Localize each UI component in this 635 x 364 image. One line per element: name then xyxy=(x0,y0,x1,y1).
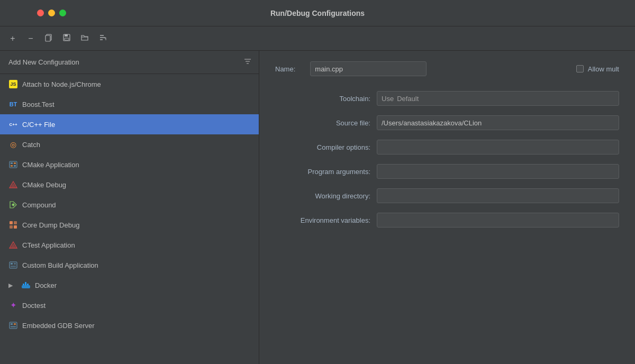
folder-button[interactable] xyxy=(77,31,92,46)
svg-rect-29 xyxy=(22,285,30,288)
ctest-icon xyxy=(8,240,18,250)
item-label-compound: Compound xyxy=(22,201,56,209)
svg-rect-3 xyxy=(65,34,68,37)
allow-mult-row: Allow mult xyxy=(576,65,619,73)
svg-rect-33 xyxy=(25,282,26,284)
environment-variables-row: Environment variables: xyxy=(275,213,619,228)
svg-rect-15 xyxy=(14,165,16,167)
plus-icon: + xyxy=(10,34,15,43)
allow-mult-label: Allow mult xyxy=(588,65,619,73)
svg-rect-14 xyxy=(11,165,13,167)
copy-configuration-button[interactable] xyxy=(41,31,56,46)
copy-icon xyxy=(44,33,53,44)
item-label-boost: Boost.Test xyxy=(22,101,55,108)
toolchain-label: Toolchain: xyxy=(275,95,370,103)
cmake-app-icon xyxy=(8,160,18,169)
config-item-cmake-debug[interactable]: CMake Debug xyxy=(0,175,259,195)
maximize-btn[interactable] xyxy=(59,10,66,16)
environment-variables-label: Environment variables: xyxy=(275,216,370,224)
config-list: JS Attach to Node.js/Chrome BT Boost.Tes… xyxy=(0,74,259,364)
svg-rect-27 xyxy=(14,263,16,265)
save-button[interactable] xyxy=(59,31,74,46)
svg-rect-22 xyxy=(14,225,17,229)
environment-variables-input[interactable] xyxy=(377,213,619,228)
config-item-catch[interactable]: ◎ Catch xyxy=(0,134,259,154)
svg-rect-34 xyxy=(10,322,17,329)
item-label-cmake-debug: CMake Debug xyxy=(22,181,66,189)
svg-rect-12 xyxy=(11,162,13,164)
config-item-custom[interactable]: Custom Build Application xyxy=(0,255,259,275)
main-content: Add New Configuration JS Attach to Node.… xyxy=(0,51,635,364)
source-file-row: Source file: xyxy=(275,115,619,130)
item-label-doctest: Doctest xyxy=(22,302,46,310)
source-file-input[interactable] xyxy=(377,115,619,130)
svg-rect-26 xyxy=(11,263,13,265)
toolbar: + − xyxy=(0,26,635,51)
working-directory-input[interactable] xyxy=(377,188,619,203)
config-item-coredump[interactable]: Core Dump Debug xyxy=(0,215,259,235)
minus-icon: − xyxy=(28,34,33,43)
item-label-catch: Catch xyxy=(22,141,40,149)
toolchain-use-text: Use xyxy=(382,95,394,103)
name-label: Name: xyxy=(275,65,295,73)
item-label-cpp: C/C++ File xyxy=(22,121,55,129)
config-item-embedded[interactable]: Embedded GDB Server xyxy=(0,315,259,335)
embedded-icon xyxy=(8,321,18,330)
svg-rect-37 xyxy=(11,326,16,327)
svg-rect-13 xyxy=(14,162,16,164)
svg-rect-19 xyxy=(10,221,13,224)
config-item-cmake-app[interactable]: CMake Application xyxy=(0,154,259,175)
add-config-label: Add New Configuration xyxy=(8,58,79,66)
compiler-options-row: Compiler options: xyxy=(275,140,619,154)
working-directory-label: Working directory: xyxy=(275,192,370,200)
right-panel: Name: Allow mult Toolchain: Use Default … xyxy=(259,51,635,364)
sort-button[interactable] xyxy=(95,31,110,46)
add-config-bar[interactable]: Add New Configuration xyxy=(0,51,259,74)
allow-mult-checkbox[interactable] xyxy=(576,65,584,72)
minimize-btn[interactable] xyxy=(48,10,55,16)
coredump-icon xyxy=(8,220,18,230)
item-label-docker: Docker xyxy=(35,281,57,289)
compiler-options-label: Compiler options: xyxy=(275,143,370,151)
folder-icon xyxy=(80,33,89,44)
expand-docker-icon: ▶ xyxy=(8,282,16,289)
config-item-doctest[interactable]: ✦ Doctest xyxy=(0,295,259,315)
item-label-coredump: Core Dump Debug xyxy=(22,221,79,229)
config-item-ctest[interactable]: CTest Application xyxy=(0,235,259,255)
window-title: Run/Debug Configurations xyxy=(270,9,365,17)
docker-icon xyxy=(21,280,31,290)
item-label-embedded: Embedded GDB Server xyxy=(22,322,95,330)
item-label-cmake-app: CMake Application xyxy=(22,161,79,169)
left-panel: Add New Configuration JS Attach to Node.… xyxy=(0,51,259,364)
program-arguments-input[interactable] xyxy=(377,164,619,179)
config-item-cpp[interactable]: C++ C/C++ File xyxy=(0,114,259,134)
svg-rect-4 xyxy=(65,38,69,40)
boost-icon: BT xyxy=(8,99,18,109)
toolchain-input[interactable]: Use Default xyxy=(377,91,619,106)
cmake-debug-icon xyxy=(8,180,18,189)
program-arguments-label: Program arguments: xyxy=(275,168,370,176)
item-label-ctest: CTest Application xyxy=(22,241,75,249)
svg-rect-1 xyxy=(46,35,50,41)
titlebar: Run/Debug Configurations xyxy=(0,0,635,26)
compiler-options-input[interactable] xyxy=(377,140,619,154)
remove-configuration-button[interactable]: − xyxy=(23,31,38,46)
add-configuration-button[interactable]: + xyxy=(5,31,20,46)
working-directory-row: Working directory: xyxy=(275,188,619,203)
toolchain-row: Toolchain: Use Default xyxy=(275,91,619,106)
save-icon xyxy=(62,33,71,44)
svg-rect-35 xyxy=(11,323,13,325)
config-item-nodejs[interactable]: JS Attach to Node.js/Chrome xyxy=(0,74,259,94)
source-file-label: Source file: xyxy=(275,119,370,127)
program-arguments-row: Program arguments: xyxy=(275,164,619,179)
svg-rect-21 xyxy=(10,225,13,229)
custom-icon xyxy=(8,260,18,270)
config-item-docker[interactable]: ▶ Docker xyxy=(0,275,259,295)
sort-icon xyxy=(98,33,107,44)
close-btn[interactable] xyxy=(37,10,44,16)
name-input[interactable] xyxy=(310,61,427,76)
filter-icon xyxy=(243,57,252,68)
compound-icon xyxy=(8,200,18,210)
config-item-compound[interactable]: Compound xyxy=(0,195,259,215)
config-item-boost[interactable]: BT Boost.Test xyxy=(0,94,259,114)
